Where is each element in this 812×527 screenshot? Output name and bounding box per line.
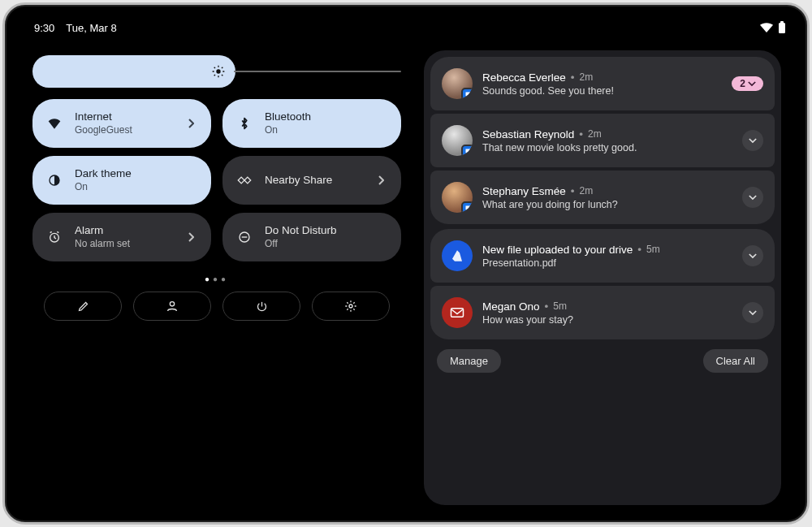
notification-body: Sounds good. See you there! <box>482 85 722 97</box>
svg-line-8 <box>222 75 222 76</box>
tile-title: Do Not Disturb <box>265 224 337 238</box>
svg-point-2 <box>216 69 220 73</box>
svg-rect-17 <box>451 309 464 317</box>
tile-title: Alarm <box>75 224 130 238</box>
tile-subtitle: GoogleGuest <box>75 124 132 136</box>
notification-shade: Rebecca Everlee•2mSounds good. See you t… <box>424 50 781 505</box>
tile-title: Dark theme <box>75 167 132 181</box>
avatar <box>442 125 473 156</box>
notification-body: Presentation.pdf <box>482 257 732 269</box>
tile-nearby-share[interactable]: Nearby Share <box>222 156 401 205</box>
message-group: Rebecca Everlee•2mSounds good. See you t… <box>430 57 775 224</box>
notification-title: New file uploaded to your drive <box>482 244 633 256</box>
svg-line-9 <box>214 75 214 76</box>
notification-body: That new movie looks pretty good. <box>482 142 732 153</box>
brightness-icon <box>211 64 226 79</box>
tile-dnd[interactable]: Do Not DisturbOff <box>222 213 401 261</box>
dnd-icon <box>235 231 253 244</box>
nearby-icon <box>235 175 253 185</box>
pager-dots[interactable]: ●●● <box>31 274 403 283</box>
notification-body: What are you doing for lunch? <box>482 199 732 210</box>
action-row <box>31 292 403 321</box>
messages-app-icon <box>461 88 473 99</box>
wifi-icon <box>760 23 773 32</box>
action-user[interactable] <box>133 292 211 321</box>
notif-sebastian[interactable]: Sebastian Reynold•2mThat new movie looks… <box>430 114 775 167</box>
drive-app-icon <box>442 240 473 271</box>
notification-sender: Stephany Esmée <box>482 185 566 197</box>
device-frame: 9:30 Tue, Mar 8 <box>2 2 810 525</box>
tile-title: Bluetooth <box>265 110 311 124</box>
avatar <box>442 182 473 213</box>
tile-bluetooth[interactable]: BluetoothOn <box>222 99 401 148</box>
clear-all-button[interactable]: Clear All <box>703 349 768 373</box>
power-icon <box>256 300 268 313</box>
notification-pane: Rebecca Everlee•2mSounds good. See you t… <box>424 50 781 511</box>
screen: 9:30 Tue, Mar 8 <box>16 16 796 511</box>
notif-drive[interactable]: New file uploaded to your drive•5mPresen… <box>430 229 775 283</box>
quick-settings-pane: InternetGoogleGuestBluetoothOnDark theme… <box>31 50 403 511</box>
tile-subtitle: No alarm set <box>75 238 130 250</box>
chevron-right-icon <box>374 175 388 185</box>
notification-time: 2m <box>580 185 594 197</box>
svg-line-10 <box>222 67 222 68</box>
notification-sender: Rebecca Everlee <box>482 71 566 84</box>
notification-time: 2m <box>580 71 594 83</box>
tile-internet[interactable]: InternetGoogleGuest <box>32 99 211 148</box>
notification-count-badge: 2 <box>732 76 763 91</box>
tile-title: Internet <box>75 110 132 124</box>
tiles-grid: InternetGoogleGuestBluetoothOnDark theme… <box>32 99 401 261</box>
tile-subtitle: On <box>75 181 132 193</box>
dark-theme-icon <box>45 174 63 187</box>
status-time: 9:30 <box>34 22 54 34</box>
notification-time: 2m <box>588 128 602 140</box>
settings-icon <box>344 300 357 313</box>
tile-subtitle: Off <box>265 238 337 250</box>
expand-icon[interactable] <box>742 245 763 266</box>
wifi-icon <box>45 118 63 129</box>
action-settings[interactable] <box>312 292 390 321</box>
status-date: Tue, Mar 8 <box>66 22 116 34</box>
tile-title: Nearby Share <box>265 174 332 188</box>
tile-alarm[interactable]: AlarmNo alarm set <box>32 213 211 261</box>
expand-icon[interactable] <box>742 302 763 323</box>
svg-rect-1 <box>780 21 784 24</box>
notification-time: 5m <box>553 300 567 312</box>
messages-app-icon <box>461 201 473 213</box>
notification-title: Megan Ono <box>482 300 540 313</box>
notif-stephany[interactable]: Stephany Esmée•2mWhat are you doing for … <box>430 171 775 224</box>
brightness-slider[interactable] <box>32 55 401 88</box>
svg-line-7 <box>214 67 214 68</box>
notification-time: 5m <box>646 244 660 255</box>
chevron-right-icon <box>184 119 198 128</box>
battery-icon <box>778 21 786 34</box>
svg-rect-0 <box>779 23 785 33</box>
tile-subtitle: On <box>265 124 311 136</box>
avatar <box>442 68 473 99</box>
other-group: New file uploaded to your drive•5mPresen… <box>430 229 775 339</box>
action-edit[interactable] <box>44 292 122 321</box>
expand-icon[interactable] <box>742 187 763 208</box>
status-bar: 9:30 Tue, Mar 8 <box>16 16 796 39</box>
gmail-app-icon <box>442 297 473 328</box>
notif-megan[interactable]: Megan Ono•5mHow was your stay? <box>430 286 775 339</box>
notification-sender: Sebastian Reynold <box>482 128 574 140</box>
user-icon <box>166 300 179 313</box>
svg-point-15 <box>170 302 174 306</box>
manage-button[interactable]: Manage <box>437 349 501 373</box>
svg-point-16 <box>349 305 352 308</box>
notif-rebecca[interactable]: Rebecca Everlee•2mSounds good. See you t… <box>430 57 775 110</box>
alarm-icon <box>45 231 63 244</box>
notification-body: How was your stay? <box>482 314 732 326</box>
expand-icon[interactable] <box>742 130 763 151</box>
edit-icon <box>77 300 89 313</box>
action-power[interactable] <box>222 292 300 321</box>
bluetooth-icon <box>235 116 253 131</box>
messages-app-icon <box>461 145 473 156</box>
chevron-right-icon <box>184 232 198 242</box>
tile-dark-theme[interactable]: Dark themeOn <box>32 156 211 205</box>
